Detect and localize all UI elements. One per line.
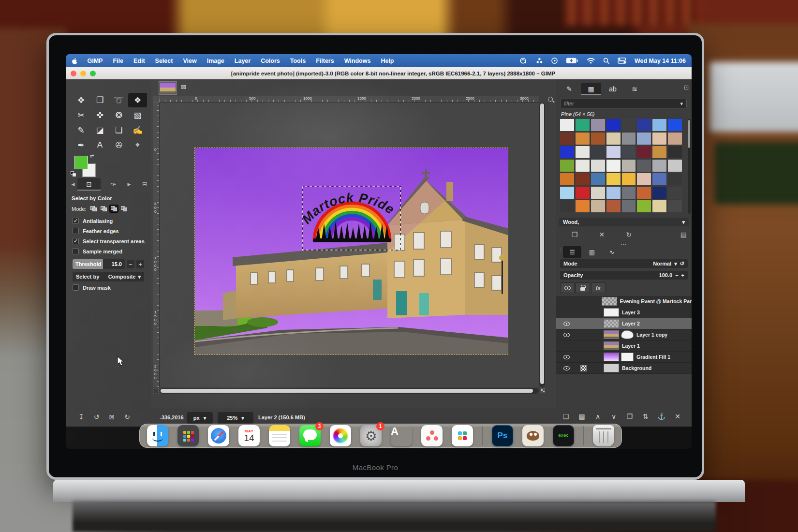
- pattern-swatch[interactable]: [622, 119, 636, 131]
- checkbox-antialiasing[interactable]: ✓Antialiasing: [73, 216, 145, 226]
- dock-safari[interactable]: [208, 425, 229, 446]
- pattern-swatch[interactable]: [606, 200, 621, 212]
- menu-item-help[interactable]: Help: [381, 58, 394, 64]
- activity-icon[interactable]: [519, 58, 528, 64]
- pattern-swatch[interactable]: [637, 187, 651, 199]
- ruler-origin[interactable]: [153, 96, 160, 103]
- pattern-swatch[interactable]: [652, 200, 666, 212]
- checkbox-select-transparent-areas[interactable]: ✓Select transparent areas: [73, 236, 145, 246]
- unit-dropdown[interactable]: px ▾: [187, 412, 213, 424]
- draw-mask-row[interactable]: Draw mask: [73, 284, 111, 291]
- control-center-icon[interactable]: [618, 58, 626, 64]
- selection-mode-intersect[interactable]: [120, 205, 128, 212]
- tab-brushes[interactable]: ✎: [559, 83, 579, 95]
- gimp-title-bar[interactable]: [animpride event photo] (imported)-3.0 (…: [66, 67, 692, 79]
- pattern-swatch[interactable]: [637, 133, 651, 145]
- minimize-window-button[interactable]: [80, 71, 86, 76]
- menu-item-file[interactable]: File: [113, 58, 123, 64]
- new-group-button[interactable]: ▤: [576, 413, 588, 420]
- new-layer-button[interactable]: ❏: [560, 413, 572, 420]
- pattern-swatch[interactable]: [560, 160, 574, 172]
- vertical-ruler[interactable]: 05 0 01 0 0 01 5 0 02 0 0 0: [153, 103, 160, 387]
- pattern-swatch[interactable]: [652, 133, 666, 145]
- menu-item-view[interactable]: View: [183, 58, 196, 64]
- dock-calendar[interactable]: MAY14: [238, 425, 260, 446]
- free-select-tool[interactable]: ➰: [109, 93, 128, 107]
- text-tool[interactable]: A: [90, 138, 109, 152]
- apple-menu-icon[interactable]: [72, 58, 77, 64]
- raise-layer-button[interactable]: ∧: [592, 413, 604, 420]
- pattern-swatch[interactable]: [576, 187, 590, 199]
- layer-row[interactable]: Layer 1 copy: [556, 329, 692, 340]
- checkbox-box[interactable]: ✓: [73, 238, 79, 244]
- vertical-scrollbar[interactable]: [539, 103, 545, 387]
- select-by-color-tool[interactable]: ❖: [128, 93, 147, 107]
- mode-reset-icon[interactable]: ↺: [680, 261, 684, 267]
- menu-item-tools[interactable]: Tools: [290, 58, 306, 64]
- pattern-swatch[interactable]: [606, 187, 621, 199]
- zoom-dropdown[interactable]: 25% ▾: [218, 412, 253, 424]
- color-picker-tool[interactable]: ✇: [109, 138, 128, 152]
- save-options-button[interactable]: ↧: [78, 413, 84, 421]
- threshold-increase-button[interactable]: +: [136, 260, 144, 268]
- pattern-swatch[interactable]: [560, 200, 574, 212]
- pattern-swatch[interactable]: [622, 160, 636, 172]
- close-window-button[interactable]: [71, 71, 76, 76]
- image-tab-close-icon[interactable]: ⊠: [181, 83, 186, 90]
- pattern-swatch[interactable]: [637, 160, 651, 172]
- menu-item-edit[interactable]: Edit: [133, 58, 145, 64]
- panel-menu-icon[interactable]: ⊡: [684, 84, 689, 91]
- checkbox-sample-merged[interactable]: Sample merged: [73, 246, 145, 256]
- transform-tool[interactable]: ✜: [90, 108, 109, 122]
- duplicate-layer-button[interactable]: ❐: [624, 413, 635, 420]
- tab-tool-options[interactable]: ⊡: [77, 178, 101, 191]
- dock-messages[interactable]: 3: [299, 425, 321, 446]
- pattern-swatch[interactable]: [652, 119, 666, 131]
- menu-item-image[interactable]: Image: [207, 58, 224, 64]
- horizontal-scrollbar-thumb[interactable]: [161, 389, 533, 393]
- smudge-tool[interactable]: ✍: [128, 123, 147, 137]
- menu-item-windows[interactable]: Windows: [344, 58, 371, 64]
- tab-paths[interactable]: ∿: [603, 246, 621, 258]
- pattern-swatch[interactable]: [668, 200, 682, 212]
- undo-options-button[interactable]: ↺: [94, 413, 100, 421]
- pattern-swatch[interactable]: [606, 173, 621, 185]
- panel-dock-icon[interactable]: ⊟: [142, 181, 147, 188]
- dock-terminal[interactable]: exec: [553, 425, 574, 446]
- layer-visibility-toggle[interactable]: [559, 322, 574, 326]
- lower-layer-button[interactable]: ∨: [608, 413, 620, 420]
- pattern-swatch[interactable]: [576, 200, 590, 212]
- canvas-image[interactable]: Martock Pride: [195, 148, 508, 355]
- pattern-swatch[interactable]: [652, 146, 666, 158]
- bucket-fill-tool[interactable]: ❂: [109, 108, 128, 122]
- menu-clock[interactable]: Wed May 14 11:06: [635, 58, 686, 64]
- pattern-swatch[interactable]: [560, 146, 574, 158]
- merge-down-button[interactable]: ⇅: [640, 413, 651, 420]
- pattern-swatch[interactable]: [637, 146, 651, 158]
- layer-visibility-toggle[interactable]: [559, 333, 574, 337]
- pattern-swatch[interactable]: [560, 187, 574, 199]
- dock-app-store[interactable]: A: [391, 425, 412, 446]
- dock-finder[interactable]: [147, 425, 168, 446]
- pattern-swatch[interactable]: [668, 187, 682, 199]
- canvas-viewport[interactable]: Martock Pride: [160, 103, 539, 387]
- dock-launchpad[interactable]: [177, 425, 199, 446]
- lock-pixels-button[interactable]: [576, 282, 590, 293]
- pattern-swatch[interactable]: [668, 133, 682, 145]
- pattern-swatch[interactable]: [668, 173, 682, 185]
- opacity-decrease-icon[interactable]: −: [675, 272, 678, 278]
- tab-channels[interactable]: ▥: [583, 246, 601, 258]
- menu-item-colors[interactable]: Colors: [261, 58, 280, 64]
- pattern-swatch[interactable]: [622, 173, 636, 185]
- vertical-scrollbar-thumb[interactable]: [540, 103, 544, 384]
- pattern-swatch[interactable]: [576, 119, 590, 131]
- pattern-swatch[interactable]: [637, 119, 651, 131]
- pattern-swatch[interactable]: [637, 173, 651, 185]
- pattern-swatch[interactable]: [576, 160, 590, 172]
- menu-item-layer[interactable]: Layer: [235, 58, 251, 64]
- dock-photos[interactable]: [330, 425, 351, 446]
- pattern-swatch[interactable]: [622, 146, 636, 158]
- checkbox-box[interactable]: [73, 228, 79, 234]
- threshold-decrease-button[interactable]: −: [127, 260, 134, 268]
- pattern-swatch[interactable]: [606, 146, 621, 158]
